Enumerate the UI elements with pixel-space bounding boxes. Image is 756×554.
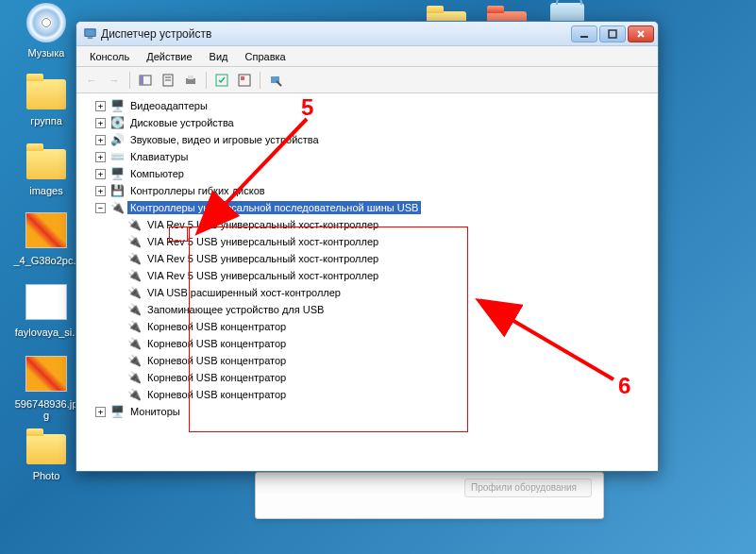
menu-console[interactable]: Консоль — [82, 49, 137, 64]
menu-bar: Консоль Действие Вид Справка — [76, 46, 658, 67]
scan-hardware-icon[interactable] — [266, 71, 285, 90]
tree-item-label: Мониторы — [127, 405, 183, 418]
toolbar: ← → — [76, 67, 658, 93]
close-button[interactable] — [628, 25, 654, 42]
window-title: Диспетчер устройств — [101, 27, 571, 41]
desktop-icon-label: Photo — [13, 470, 79, 481]
desktop-icon[interactable]: images — [13, 138, 79, 196]
app-icon — [82, 26, 97, 42]
device-icon: 🔊 — [109, 132, 125, 147]
tree-expander[interactable]: + — [95, 169, 106, 179]
device-icon: 💾 — [109, 183, 125, 198]
annotation-6: 6 — [618, 373, 630, 399]
device-icon: 🔌 — [126, 319, 142, 334]
device-icon: 🔌 — [126, 387, 142, 402]
tree-expander[interactable]: + — [95, 152, 106, 162]
tree-expander[interactable]: + — [95, 101, 106, 111]
tree-expander[interactable]: − — [95, 203, 106, 213]
device-icon: 🔌 — [126, 353, 142, 368]
svg-rect-2 — [580, 36, 588, 38]
desktop-icon-label: faylovaya_si.. — [13, 327, 79, 338]
device-icon: 🔌 — [109, 200, 125, 215]
tree-item-label: Видеоадаптеры — [127, 99, 210, 112]
forward-button: → — [105, 71, 124, 90]
menu-view[interactable]: Вид — [202, 49, 236, 64]
desktop-icon-label: images — [13, 185, 79, 196]
tree-item-label: Звуковые, видео и игровые устройства — [127, 133, 322, 146]
background-app-fragment: Профили оборудования — [255, 472, 604, 519]
desktop-icon-label: 596748936.jpg — [13, 398, 79, 421]
desktop-icon[interactable]: _4_G38o2pc.. — [13, 208, 79, 266]
desktop-icon-label: группа — [13, 115, 79, 126]
tree-item-label: Дисковые устройства — [127, 116, 237, 129]
svg-rect-13 — [241, 76, 244, 80]
device-icon: 🖥️ — [109, 166, 125, 181]
device-icon: 🔌 — [126, 336, 142, 351]
tree-item-usb-controllers[interactable]: −🔌Контроллеры универсальной последовател… — [93, 199, 654, 216]
tree-item[interactable]: +🖥️Компьютер — [93, 165, 654, 182]
annotation-5: 5 — [301, 94, 313, 121]
properties-icon[interactable] — [159, 71, 177, 90]
tree-expander[interactable]: + — [95, 186, 106, 196]
svg-rect-10 — [188, 76, 193, 79]
maximize-button[interactable] — [599, 25, 626, 42]
tree-item-label: Клавиатуры — [127, 150, 191, 163]
toolbar-icon-5[interactable] — [235, 71, 254, 90]
toolbar-icon-1[interactable] — [136, 71, 155, 90]
menu-help[interactable]: Справка — [238, 49, 294, 64]
device-icon: ⌨️ — [109, 149, 125, 164]
svg-rect-1 — [87, 37, 92, 39]
annotation-box-expander — [169, 227, 188, 242]
hw-profiles-button[interactable]: Профили оборудования — [464, 478, 592, 497]
titlebar[interactable]: Диспетчер устройств — [76, 22, 658, 46]
toolbar-icon-4[interactable] — [212, 71, 231, 90]
desktop-icon-label: Музыка — [13, 47, 79, 59]
tree-item-label: Контроллеры универсальной последовательн… — [127, 201, 421, 214]
annotation-box-usb — [189, 227, 468, 432]
desktop-icon[interactable]: группа — [13, 68, 79, 126]
back-button: ← — [82, 71, 101, 90]
desktop-icon[interactable]: 596748936.jpg — [13, 351, 79, 421]
desktop-icon[interactable]: Музыка — [13, 0, 79, 59]
tree-expander[interactable]: + — [95, 118, 106, 128]
tree-expander[interactable]: + — [95, 135, 106, 145]
device-icon: 🔌 — [126, 268, 142, 283]
tree-item[interactable]: +💾Контроллеры гибких дисков — [93, 182, 654, 199]
print-icon[interactable] — [181, 71, 200, 90]
device-icon: 🖥️ — [109, 404, 125, 419]
device-icon: 🔌 — [126, 285, 142, 300]
svg-rect-5 — [140, 76, 143, 85]
tree-item[interactable]: +💽Дисковые устройства — [93, 114, 654, 131]
svg-rect-0 — [84, 29, 94, 37]
desktop-icon[interactable]: faylovaya_si.. — [13, 279, 79, 338]
desktop-icon[interactable]: Photo — [13, 423, 79, 481]
svg-rect-3 — [609, 30, 616, 38]
device-icon: 🔌 — [126, 217, 142, 232]
device-icon: 💽 — [109, 115, 125, 130]
device-icon: 🔌 — [126, 234, 142, 249]
desktop-icon-label: _4_G38o2pc.. — [13, 255, 79, 266]
device-icon: 🖥️ — [109, 98, 125, 113]
tree-item[interactable]: +🔊Звуковые, видео и игровые устройства — [93, 131, 654, 148]
tree-item[interactable]: +🖥️Видеоадаптеры — [93, 97, 654, 114]
minimize-button[interactable] — [571, 25, 597, 42]
tree-item-label: Компьютер — [127, 167, 187, 180]
tree-item[interactable]: +⌨️Клавиатуры — [93, 148, 654, 165]
device-icon: 🔌 — [126, 370, 142, 385]
device-icon: 🔌 — [126, 302, 142, 317]
device-icon: 🔌 — [126, 251, 142, 266]
tree-expander[interactable]: + — [95, 407, 106, 417]
tree-item-label: Контроллеры гибких дисков — [127, 184, 268, 197]
menu-action[interactable]: Действие — [139, 49, 199, 64]
